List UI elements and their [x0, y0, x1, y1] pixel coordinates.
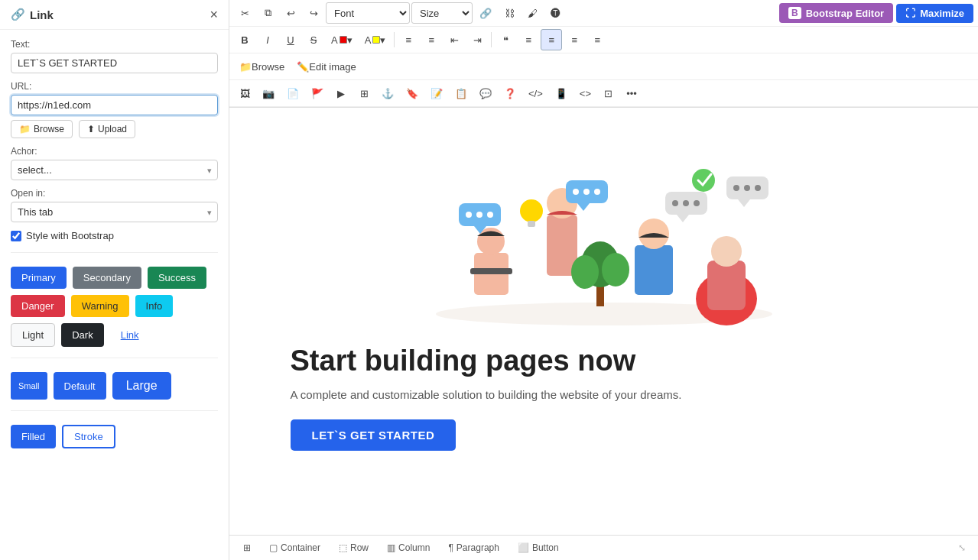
- link-button[interactable]: 🔗: [474, 2, 497, 24]
- video-button[interactable]: ▶: [330, 83, 352, 104]
- resize-handle[interactable]: ⤡: [958, 542, 969, 553]
- toolbar-row-1: ✂ ⧉ ↩ ↪ Font Size 🔗 ⛓ 🖌 🅣 B Bootstrap Ed…: [229, 0, 978, 27]
- folder-icon: 📁: [19, 124, 31, 134]
- column-icon: ▥: [387, 542, 395, 553]
- template-button[interactable]: 📋: [450, 83, 473, 104]
- folder-action-icon: 📁: [239, 61, 252, 73]
- help-button[interactable]: ❓: [499, 83, 521, 104]
- bold-button[interactable]: B: [234, 29, 255, 50]
- bootstrap-style-checkbox[interactable]: [11, 231, 21, 241]
- maximize-icon: ⛶: [905, 8, 915, 19]
- more-button[interactable]: •••: [621, 83, 642, 104]
- stroke-style-button[interactable]: Stroke: [62, 425, 115, 448]
- redo-button[interactable]: ↪: [303, 2, 324, 24]
- info-button[interactable]: Info: [135, 295, 174, 317]
- underline-button[interactable]: U: [280, 29, 301, 50]
- dark-button[interactable]: Dark: [61, 323, 103, 347]
- code-button[interactable]: <>: [574, 83, 596, 104]
- svg-point-23: [583, 189, 590, 195]
- open-in-label: Open in:: [11, 188, 218, 199]
- unlink-button[interactable]: ⛓: [499, 2, 520, 24]
- paint-brush-button[interactable]: 🖌: [521, 2, 543, 24]
- size-select[interactable]: Size: [411, 2, 473, 24]
- unordered-list-button[interactable]: ≡: [421, 29, 442, 50]
- large-size-button[interactable]: Large: [112, 372, 171, 400]
- outdent-button[interactable]: ⇤: [444, 29, 465, 50]
- container-icon: ▢: [269, 542, 278, 553]
- speech-button[interactable]: 💬: [474, 83, 497, 104]
- paragraph-item[interactable]: ¶ Paragraph: [444, 540, 504, 555]
- image-button[interactable]: 🖼: [234, 83, 255, 104]
- bottom-bar: ⊞ ▢ Container ⬚ Row ▥ Column ¶ Paragraph…: [229, 535, 978, 560]
- italic-button[interactable]: I: [257, 29, 278, 50]
- svg-marker-26: [677, 215, 689, 222]
- row-item[interactable]: ⬚ Row: [334, 540, 373, 555]
- browse-action-button[interactable]: 📁 Browse: [234, 56, 290, 77]
- primary-button[interactable]: Primary: [11, 267, 67, 289]
- url-input[interactable]: [11, 95, 218, 115]
- container-item[interactable]: ▢ Container: [265, 540, 325, 555]
- block-button[interactable]: ⊡: [598, 83, 619, 104]
- success-button[interactable]: Success: [148, 267, 206, 289]
- font-select[interactable]: Font: [326, 2, 410, 24]
- bootstrap-editor-button[interactable]: B Bootstrap Editor: [779, 3, 893, 23]
- flag-button[interactable]: 🚩: [306, 83, 329, 104]
- ordered-list-button[interactable]: ≡: [398, 29, 419, 50]
- upload-button[interactable]: ⬆ Upload: [79, 120, 135, 138]
- link-style-button[interactable]: Link: [110, 323, 150, 347]
- responsive-button[interactable]: 📱: [550, 83, 573, 104]
- align-right-button[interactable]: ≡: [564, 29, 585, 50]
- bookmark-button[interactable]: 🔖: [401, 83, 424, 104]
- bg-color-button[interactable]: A▾: [359, 29, 392, 50]
- copy-button[interactable]: ⧉: [257, 2, 278, 24]
- svg-point-28: [683, 200, 689, 206]
- font-color-button[interactable]: A▾: [326, 29, 358, 50]
- align-center-button[interactable]: ≡: [541, 29, 562, 50]
- abbr-button[interactable]: 📝: [425, 83, 448, 104]
- text-input[interactable]: [11, 53, 218, 73]
- hero-subtitle: A complete and customizable solution to …: [291, 388, 918, 401]
- svg-point-24: [594, 189, 600, 195]
- secondary-button[interactable]: Secondary: [73, 267, 141, 289]
- light-button[interactable]: Light: [11, 323, 55, 347]
- bootstrap-checkbox-row: Style with Bootstrap: [11, 230, 218, 241]
- upload-icon: ⬆: [87, 124, 95, 134]
- strikethrough-button[interactable]: S: [303, 29, 324, 50]
- cta-button[interactable]: LET`S GET STARTED: [291, 419, 457, 451]
- format-clear-button[interactable]: 🅣: [544, 2, 566, 24]
- panel-title: 🔗 Link: [11, 8, 54, 21]
- button-item[interactable]: ⬜ Button: [513, 540, 564, 555]
- warning-button[interactable]: Warning: [71, 295, 129, 317]
- danger-button[interactable]: Danger: [11, 295, 65, 317]
- html-button[interactable]: </>: [523, 83, 548, 104]
- align-left-button[interactable]: ≡: [518, 29, 539, 50]
- close-button[interactable]: ×: [210, 8, 218, 21]
- anchor-insert-button[interactable]: ⚓: [376, 83, 399, 104]
- open-in-select[interactable]: This tab New tab: [11, 202, 218, 222]
- row-label: Row: [350, 542, 369, 553]
- align-justify-button[interactable]: ≡: [586, 29, 608, 50]
- filled-style-button[interactable]: Filled: [11, 425, 56, 448]
- svg-point-18: [476, 212, 483, 218]
- small-size-button[interactable]: Small: [11, 372, 47, 400]
- anchor-select[interactable]: select...: [11, 160, 218, 180]
- indent-button[interactable]: ⇥: [466, 29, 488, 50]
- svg-rect-3: [470, 268, 512, 274]
- bootstrap-icon: B: [788, 7, 801, 19]
- undo-button[interactable]: ↩: [280, 2, 301, 24]
- file-button[interactable]: 📄: [281, 83, 304, 104]
- edit-image-button[interactable]: ✏️ Edit image: [291, 56, 361, 77]
- gallery-button[interactable]: 📷: [257, 83, 280, 104]
- style-button-grid: Filled Stroke: [11, 425, 218, 448]
- table-button[interactable]: ⊞: [353, 83, 375, 104]
- default-size-button[interactable]: Default: [54, 372, 106, 400]
- scissors-button[interactable]: ✂: [234, 2, 255, 24]
- maximize-button[interactable]: ⛶ Maximize: [896, 4, 973, 23]
- browse-button[interactable]: 📁 Browse: [11, 120, 73, 138]
- blockquote-button[interactable]: ❝: [495, 29, 516, 50]
- column-item[interactable]: ▥ Column: [382, 540, 434, 555]
- svg-point-34: [755, 185, 761, 191]
- anchor-label: Achor:: [11, 146, 218, 157]
- grid-icon-item[interactable]: ⊞: [239, 540, 255, 555]
- svg-point-10: [711, 236, 742, 267]
